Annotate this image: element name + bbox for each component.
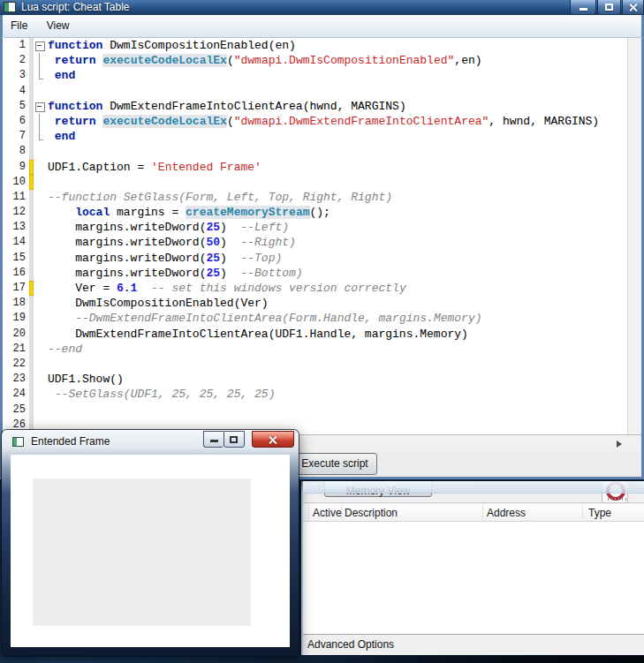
code-line-row[interactable]: 8	[3, 144, 627, 159]
column-header-type[interactable]: Type	[588, 507, 611, 519]
code-text[interactable]: margins.writeDword(50) --Right)	[46, 235, 627, 250]
form-close-button[interactable]	[252, 431, 294, 448]
code-line-row[interactable]: 25	[3, 403, 627, 418]
code-line-row[interactable]: 17 Ver = 6.1 -- set this windows version…	[3, 281, 627, 296]
line-number: 12	[3, 205, 29, 220]
code-text[interactable]: Ver = 6.1 -- set this windows version co…	[46, 281, 627, 296]
code-text[interactable]	[46, 144, 627, 159]
code-line-row[interactable]: 12 local margins = createMemoryStream();	[3, 205, 627, 220]
code-text[interactable]	[46, 84, 627, 99]
code-line-row[interactable]: 10	[3, 175, 627, 190]
code-line-row[interactable]: 23UDF1.Show()	[3, 372, 627, 387]
line-number: 22	[3, 357, 29, 372]
fold-gutter	[34, 403, 46, 418]
line-number: 17	[3, 281, 29, 296]
scroll-right-arrow-icon[interactable]	[611, 436, 626, 451]
code-text[interactable]: margins.writeDword(25) --Bottom)	[46, 266, 627, 281]
code-line-row[interactable]: 11--function SetGlass(Form, Left, Top, R…	[3, 190, 627, 205]
code-text[interactable]: end	[46, 68, 627, 83]
menu-view[interactable]: View	[39, 15, 78, 32]
code-line-row[interactable]: 6 return executeCodeLocalEx("dwmapi.DwmE…	[3, 114, 627, 129]
code-text[interactable]: UDF1.Caption = 'Entended Frame'	[46, 160, 627, 175]
column-header-description[interactable]: Description	[345, 507, 398, 519]
code-text[interactable]: return executeCodeLocalEx("dwmapi.DwmExt…	[46, 114, 627, 129]
code-text[interactable]	[46, 403, 627, 418]
fold-gutter	[34, 205, 46, 220]
code-text[interactable]	[46, 175, 627, 190]
fold-gutter	[34, 160, 46, 175]
fold-gutter	[34, 281, 46, 296]
fold-gutter	[34, 235, 46, 250]
entended-frame-window[interactable]: Entended Frame	[2, 430, 299, 656]
close-button[interactable]	[622, 0, 644, 15]
maximize-button[interactable]	[597, 0, 621, 15]
execute-script-button[interactable]: Execute script	[292, 453, 377, 475]
code-line-row[interactable]: 18 DwmIsCompositionEnabled(Ver)	[3, 296, 627, 311]
code-text[interactable]: end	[46, 129, 627, 144]
column-header-active[interactable]: Active	[313, 507, 342, 519]
line-number: 15	[3, 251, 29, 266]
code-text[interactable]: function DwmIsCompositionEnabled(en)	[46, 38, 627, 53]
advanced-options-bar[interactable]: Advanced Options	[303, 634, 644, 655]
code-text[interactable]: function DwmExtendFrameIntoClientArea(hw…	[46, 99, 627, 114]
splitter-grip-icon[interactable]	[608, 498, 629, 501]
code-editor[interactable]: 1function DwmIsCompositionEnabled(en)2 r…	[3, 38, 641, 434]
fold-gutter	[34, 327, 46, 342]
line-number: 6	[3, 114, 29, 129]
code-text[interactable]: --end	[46, 342, 627, 357]
code-text[interactable]: DwmIsCompositionEnabled(Ver)	[46, 296, 627, 311]
column-separator[interactable]	[482, 505, 483, 520]
close-icon	[268, 435, 277, 445]
code-text[interactable]: --function SetGlass(Form, Left, Top, Rig…	[46, 190, 627, 205]
code-text[interactable]: return executeCodeLocalEx("dwmapi.DwmIsC…	[46, 53, 627, 68]
code-line-row[interactable]: 13 margins.writeDword(25) --Left)	[3, 220, 627, 235]
code-line-row[interactable]: 15 margins.writeDword(25) --Top)	[3, 251, 627, 266]
code-text[interactable]: margins.writeDword(25) --Left)	[46, 220, 627, 235]
vertical-scrollbar[interactable]	[627, 38, 641, 434]
line-number: 18	[3, 296, 29, 311]
code-line-row[interactable]: 22	[3, 357, 627, 372]
code-line-row[interactable]: 3 end	[3, 68, 627, 83]
code-line-row[interactable]: 20 DwmExtendFrameIntoClientArea(UDF1.Han…	[3, 327, 627, 342]
close-icon	[628, 3, 638, 12]
form-minimize-button[interactable]	[203, 431, 224, 448]
code-text[interactable]: margins.writeDword(25) --Top)	[46, 251, 627, 266]
column-separator[interactable]	[308, 505, 309, 520]
line-number: 14	[3, 235, 29, 250]
lua-script-window: Lua script: Cheat Table File View 1funct…	[0, 0, 644, 479]
line-number: 1	[3, 38, 29, 53]
code-line-row[interactable]: 21--end	[3, 342, 627, 357]
menu-file[interactable]: File	[3, 15, 35, 32]
code-line-row[interactable]: 1function DwmIsCompositionEnabled(en)	[3, 38, 627, 53]
fold-gutter	[34, 190, 46, 205]
code-text[interactable]: DwmExtendFrameIntoClientArea(UDF1.Handle…	[46, 327, 627, 342]
lua-window-icon	[4, 2, 16, 12]
code-text[interactable]: --SetGlass(UDF1, 25, 25, 25, 25)	[46, 387, 627, 402]
code-line-row[interactable]: 5function DwmExtendFrameIntoClientArea(h…	[3, 99, 627, 114]
line-number: 23	[3, 372, 29, 387]
form-caption-buttons	[203, 431, 294, 448]
column-separator[interactable]	[582, 505, 583, 520]
address-list-body[interactable]	[303, 522, 644, 634]
fold-collapse-icon[interactable]	[34, 99, 46, 114]
form-maximize-button[interactable]	[224, 431, 245, 448]
code-line-row[interactable]: 2 return executeCodeLocalEx("dwmapi.DwmI…	[3, 53, 627, 68]
code-lines: 1function DwmIsCompositionEnabled(en)2 r…	[3, 38, 627, 434]
code-line-row[interactable]: 24 --SetGlass(UDF1, 25, 25, 25, 25)	[3, 387, 627, 402]
minimize-button[interactable]	[570, 0, 596, 15]
code-text[interactable]	[46, 357, 627, 372]
fold-collapse-icon[interactable]	[34, 38, 46, 53]
code-line-row[interactable]: 4	[3, 84, 627, 99]
code-text[interactable]: UDF1.Show()	[46, 372, 627, 387]
code-line-row[interactable]: 14 margins.writeDword(50) --Right)	[3, 235, 627, 250]
code-line-row[interactable]: 16 margins.writeDword(25) --Bottom)	[3, 266, 627, 281]
lua-window-titlebar[interactable]: Lua script: Cheat Table	[0, 0, 644, 15]
code-line-row[interactable]: 9UDF1.Caption = 'Entended Frame'	[3, 160, 627, 175]
fold-gutter	[34, 266, 46, 281]
fold-gutter	[34, 387, 46, 402]
column-header-address[interactable]: Address	[487, 507, 526, 519]
code-line-row[interactable]: 19 --DwmExtendFrameIntoClientArea(Form.H…	[3, 311, 627, 326]
code-text[interactable]: local margins = createMemoryStream();	[46, 205, 627, 220]
code-text[interactable]: --DwmExtendFrameIntoClientArea(Form.Hand…	[46, 311, 627, 326]
code-line-row[interactable]: 7 end	[3, 129, 627, 144]
